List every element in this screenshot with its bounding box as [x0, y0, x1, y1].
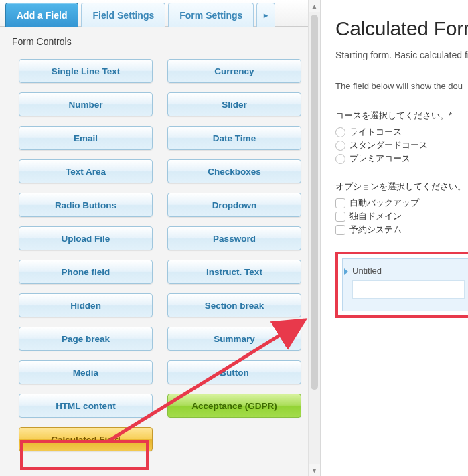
field-html-content[interactable]: HTML content	[19, 394, 153, 418]
field-summary[interactable]: Summary	[167, 327, 301, 351]
form-preview-panel: Calculated Form Starting form. Basic cal…	[321, 0, 468, 476]
field-acceptance-gdpr[interactable]: Acceptance (GDPR)	[167, 394, 301, 418]
field-password[interactable]: Password	[167, 226, 301, 250]
radio-icon	[335, 154, 345, 164]
field-text-area[interactable]: Text Area	[19, 159, 153, 183]
form-title: Calculated Form	[335, 17, 468, 40]
course-label: コースを選択してください。*	[335, 110, 468, 122]
field-grid: Single Line Text Currency Number Slider …	[0, 50, 320, 463]
form-helper-text: The field below will show the dou	[335, 81, 468, 91]
scroll-up-icon[interactable]: ▲	[309, 0, 320, 12]
check-auto-backup[interactable]: 自動バックアップ	[335, 197, 468, 209]
field-single-line-text[interactable]: Single Line Text	[19, 59, 153, 83]
annotation-box-untitled: Untitled	[335, 252, 468, 318]
check-label: 自動バックアップ	[349, 197, 419, 209]
option-checkbox-group: オプションを選択してください。 自動バックアップ 独自ドメイン 予約システム	[335, 181, 468, 236]
field-phone-field[interactable]: Phone field	[19, 260, 153, 284]
field-calculated-field[interactable]: Calculated Field	[19, 427, 153, 451]
field-hidden[interactable]: Hidden	[19, 293, 153, 317]
field-dropdown[interactable]: Dropdown	[167, 193, 301, 217]
left-panel: Add a Field Field Settings Form Settings…	[0, 0, 321, 476]
check-reservation-system[interactable]: 予約システム	[335, 224, 468, 236]
field-number[interactable]: Number	[19, 92, 153, 116]
field-checkboxes[interactable]: Checkboxes	[167, 159, 301, 183]
untitled-field-container[interactable]: Untitled	[342, 258, 468, 311]
radio-standard-course[interactable]: スタンダードコース	[335, 139, 468, 151]
field-date-time[interactable]: Date Time	[167, 126, 301, 150]
field-section-break[interactable]: Section break	[167, 293, 301, 317]
section-title-form-controls: Form Controls	[0, 27, 320, 50]
check-label: 独自ドメイン	[349, 210, 402, 222]
left-scrollbar[interactable]: ▲ ▼	[308, 0, 320, 476]
scrollbar-thumb[interactable]	[311, 15, 318, 390]
field-button[interactable]: Button	[167, 360, 301, 384]
divider	[335, 70, 468, 70]
tab-field-settings[interactable]: Field Settings	[81, 3, 165, 27]
checkbox-icon	[335, 212, 345, 222]
chevron-right-icon: ▸	[264, 11, 268, 20]
radio-icon	[335, 141, 345, 151]
field-radio-buttons[interactable]: Radio Buttons	[19, 193, 153, 217]
untitled-field-label: Untitled	[352, 266, 465, 276]
radio-label: スタンダードコース	[349, 139, 428, 151]
radio-premier-course[interactable]: プレミアコース	[335, 153, 468, 165]
radio-icon	[335, 127, 345, 137]
field-currency[interactable]: Currency	[167, 59, 301, 83]
field-upload-file[interactable]: Upload File	[19, 226, 153, 250]
field-page-break[interactable]: Page break	[19, 327, 153, 351]
tab-more[interactable]: ▸	[256, 3, 275, 27]
form-subtitle: Starting form. Basic calculated fi	[335, 50, 468, 60]
option-label: オプションを選択してください。	[335, 181, 468, 193]
checkbox-icon	[335, 225, 345, 235]
tab-bar: Add a Field Field Settings Form Settings…	[0, 0, 320, 27]
field-email[interactable]: Email	[19, 126, 153, 150]
scroll-down-icon[interactable]: ▼	[309, 464, 320, 476]
radio-label: ライトコース	[349, 126, 402, 138]
radio-label: プレミアコース	[349, 153, 410, 165]
check-label: 予約システム	[349, 224, 402, 236]
tab-add-a-field[interactable]: Add a Field	[5, 3, 78, 27]
radio-light-course[interactable]: ライトコース	[335, 126, 468, 138]
tab-form-settings[interactable]: Form Settings	[168, 3, 254, 27]
field-media[interactable]: Media	[19, 360, 153, 384]
field-slider[interactable]: Slider	[167, 92, 301, 116]
checkbox-icon	[335, 198, 345, 208]
selection-marker-icon	[344, 268, 348, 275]
untitled-field-input[interactable]	[352, 280, 465, 299]
field-instruct-text[interactable]: Instruct. Text	[167, 260, 301, 284]
check-own-domain[interactable]: 独自ドメイン	[335, 210, 468, 222]
course-radio-group: コースを選択してください。* ライトコース スタンダードコース プレミアコース	[335, 110, 468, 165]
